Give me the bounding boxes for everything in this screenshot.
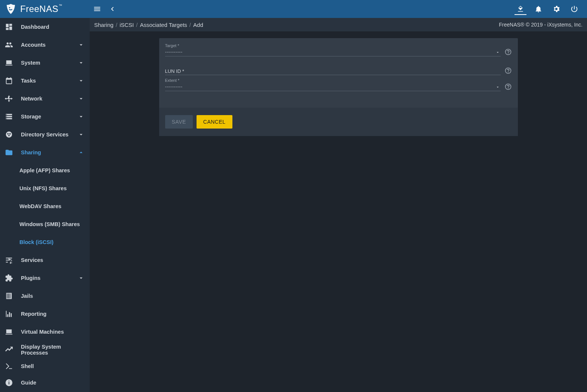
menu-icon	[93, 5, 101, 13]
breadcrumb-bar: Sharing / iSCSI / Associated Targets / A…	[90, 18, 587, 31]
sidebar-item-jails[interactable]: Jails	[0, 287, 90, 305]
target-select[interactable]: Target * ----------	[165, 43, 501, 56]
tune-icon	[4, 256, 13, 265]
sidebar-item-label: Unix (NFS) Shares	[19, 185, 67, 191]
sidebar-item-dsp[interactable]: Display System Processes	[0, 341, 90, 359]
theme-button[interactable]	[515, 3, 526, 15]
sidebar-item-shell[interactable]: Shell	[0, 359, 90, 374]
breadcrumb-iscsi[interactable]: iSCSI	[120, 22, 134, 28]
sidebar-item-vms[interactable]: Virtual Machines	[0, 323, 90, 341]
sidebar-subitem-webdav[interactable]: WebDAV Shares	[0, 197, 90, 215]
sidebar-item-label: WebDAV Shares	[19, 203, 61, 209]
sidebar-item-accounts[interactable]: Accounts	[0, 36, 90, 54]
sidebar-item-services[interactable]: Services	[0, 251, 90, 269]
form-actions: SAVE CANCEL	[159, 108, 518, 136]
logo[interactable]: FreeNAS™	[0, 3, 90, 15]
sidebar-item-label: Reporting	[21, 311, 84, 317]
field-extent: Extent * ----------	[165, 78, 512, 91]
field-lunid: LUN ID *	[165, 67, 512, 75]
chevron-down-icon	[78, 275, 84, 281]
sidebar-item-label: Apple (AFP) Shares	[19, 167, 70, 173]
sidebar-item-label: Shell	[21, 363, 84, 369]
sidebar-item-system[interactable]: System	[0, 54, 90, 72]
sidebar-subitem-nfs[interactable]: Unix (NFS) Shares	[0, 179, 90, 197]
sidebar-item-label: Block (iSCSI)	[19, 239, 53, 245]
breadcrumb-separator: /	[116, 22, 117, 28]
chevron-down-icon	[495, 50, 500, 55]
breadcrumb-separator: /	[136, 22, 138, 28]
chevron-down-icon	[78, 113, 84, 120]
sidebar-item-label: Network	[21, 96, 78, 102]
field-target: Target * ----------	[165, 43, 512, 56]
chevron-down-icon	[78, 41, 84, 48]
sidebar-item-guide[interactable]: Guide	[0, 374, 90, 392]
save-button[interactable]: SAVE	[165, 115, 193, 129]
info-icon	[4, 378, 13, 387]
people-icon	[4, 40, 13, 49]
sidebar-item-label: Plugins	[21, 275, 78, 281]
help-button-lunid[interactable]	[504, 67, 512, 74]
chevron-down-icon	[78, 59, 84, 66]
sidebar-subitem-afp[interactable]: Apple (AFP) Shares	[0, 161, 90, 179]
storage-icon	[4, 112, 13, 121]
sidebar-item-label: Directory Services	[21, 132, 78, 138]
sidebar-item-storage[interactable]: Storage	[0, 108, 90, 126]
breadcrumb-associated-targets[interactable]: Associated Targets	[140, 22, 187, 28]
help-button-extent[interactable]	[504, 83, 512, 90]
brand-name: FreeNAS™	[20, 4, 62, 14]
sidebar: Dashboard Accounts System Tasks Network …	[0, 18, 90, 392]
network-icon	[4, 94, 13, 103]
power-button[interactable]	[566, 1, 583, 17]
topbar: FreeNAS™	[0, 0, 587, 18]
sidebar-item-label: Storage	[21, 114, 78, 120]
sidebar-item-label: Tasks	[21, 78, 78, 84]
menu-toggle-button[interactable]	[90, 1, 105, 16]
sidebar-item-tasks[interactable]: Tasks	[0, 72, 90, 90]
sidebar-subitem-smb[interactable]: Windows (SMB) Shares	[0, 215, 90, 233]
sidebar-subitem-iscsi[interactable]: Block (iSCSI)	[0, 233, 90, 251]
topbar-left: FreeNAS™	[0, 1, 120, 16]
sidebar-item-label: Virtual Machines	[21, 329, 84, 335]
sidebar-item-label: Services	[21, 257, 84, 263]
back-button[interactable]	[105, 1, 120, 16]
help-button-target[interactable]	[504, 48, 512, 56]
form-card: Target * ---------- LUN ID *	[159, 38, 518, 136]
sidebar-item-label: Dashboard	[21, 24, 84, 30]
breadcrumb-separator: /	[189, 22, 191, 28]
sidebar-item-label: Sharing	[21, 149, 78, 155]
chevron-down-icon	[78, 77, 84, 84]
sidebar-item-dashboard[interactable]: Dashboard	[0, 18, 90, 36]
directory-icon	[4, 130, 13, 139]
sidebar-item-label: Accounts	[21, 42, 78, 48]
extent-select[interactable]: Extent * ----------	[165, 78, 501, 91]
sidebar-item-label: System	[21, 60, 78, 66]
notifications-button[interactable]	[530, 1, 547, 17]
sidebar-item-plugins[interactable]: Plugins	[0, 269, 90, 287]
sidebar-item-directory-services[interactable]: Directory Services	[0, 126, 90, 143]
breadcrumb-sharing[interactable]: Sharing	[94, 22, 114, 28]
help-icon	[504, 48, 512, 56]
calendar-icon	[4, 76, 13, 85]
main: Sharing / iSCSI / Associated Targets / A…	[90, 18, 587, 392]
lunid-input-wrapper: LUN ID *	[165, 68, 501, 75]
freenas-logo-icon	[4, 3, 17, 15]
breadcrumb-add[interactable]: Add	[193, 22, 203, 28]
page-body: Target * ---------- LUN ID *	[90, 31, 587, 392]
chevron-down-icon	[78, 131, 84, 138]
sidebar-item-reporting[interactable]: Reporting	[0, 305, 90, 323]
field-label: Extent *	[165, 78, 501, 83]
chart-icon	[4, 309, 13, 318]
help-icon	[504, 67, 512, 74]
settings-button[interactable]	[548, 1, 565, 17]
help-icon	[504, 83, 512, 90]
folder-icon	[4, 148, 13, 157]
chevron-left-icon	[108, 5, 116, 13]
sidebar-item-label: Windows (SMB) Shares	[19, 221, 80, 227]
breadcrumb: Sharing / iSCSI / Associated Targets / A…	[94, 22, 203, 28]
process-icon	[4, 345, 13, 354]
cancel-button[interactable]: CANCEL	[197, 115, 232, 129]
sidebar-item-network[interactable]: Network	[0, 90, 90, 108]
sidebar-item-sharing[interactable]: Sharing	[0, 143, 90, 161]
field-value: ----------	[165, 49, 501, 55]
power-icon	[570, 5, 578, 13]
